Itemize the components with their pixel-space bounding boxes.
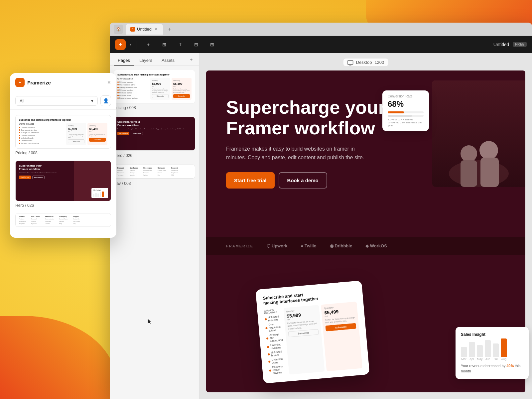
nav-col-item: Startups [130, 172, 138, 174]
plan-description: Perfect for those looking to design work… [325, 316, 356, 325]
hero-description: Framerize makes it easy to build website… [226, 145, 366, 162]
feature-item: Average 48h turnaround [266, 332, 283, 343]
subscribe-btn-highlight[interactable]: Subscribe [89, 138, 106, 142]
floating-pricing-card: Subscribe and startmaking Interfaces tog… [255, 281, 369, 384]
toolbar-logo[interactable]: ✦ [115, 39, 126, 50]
toolbar-chevron-icon[interactable]: ▾ [130, 43, 131, 46]
sales-revenue-text: Your revenue decreased by 40% this month [461, 363, 523, 374]
nav-col-item: Agencies [130, 174, 138, 176]
chart-bar-jul: Jul [493, 343, 499, 361]
brand-twilio: ● Twilio [301, 243, 316, 248]
new-tab-button[interactable]: + [166, 25, 174, 33]
subscribe-button-highlight[interactable]: Subscribe [326, 323, 356, 331]
nav-col-title: Resources [143, 167, 152, 169]
conversion-card-value: 68% [388, 99, 424, 109]
feature-item: Unlimited revisions [267, 343, 284, 350]
hero-btn-primary[interactable]: Start free trial [19, 176, 31, 179]
brand-upwork: ⬡ Upwork [267, 243, 287, 248]
feature-item: Unlimited requests [264, 315, 281, 322]
tab-favicon: F [130, 27, 135, 32]
feature-item: Unlimited requests [117, 81, 148, 83]
hero-section: Supercharge yourFramer workflow Frameriz… [206, 70, 525, 237]
bar-label: Aug [501, 357, 506, 361]
sales-card-title: Sales Insight [461, 332, 523, 337]
subscribe-button[interactable]: Subscribe [152, 94, 169, 98]
nav-col-item: Updates [143, 174, 152, 176]
item-label: Hero / 026 [114, 153, 195, 158]
feature-item: Unlimited brands [268, 350, 284, 357]
book-demo-button[interactable]: Book a demo [279, 172, 327, 189]
nav-col-item: Features [117, 170, 124, 171]
hero-preview-btn-outline[interactable]: Book a demo [131, 132, 143, 135]
feature: Unlimited requests [19, 126, 64, 128]
plugin-item-label: Pricing / 008 [15, 151, 111, 155]
what-included-label: WHAT'S INCLUDED [117, 78, 148, 80]
toolbar-divider [137, 41, 137, 49]
feature: Average 48h turnaround [19, 132, 64, 134]
filter-select[interactable]: All ▾ [15, 96, 98, 106]
tab-close-icon[interactable]: ✕ [154, 27, 158, 32]
framerize-panel: ✦ Framerize ✕ All ▾ 👤 Subscribe and star… [10, 73, 116, 238]
list-item[interactable]: Subscribe and start making Interfaces to… [15, 115, 111, 155]
bar-highlight [501, 338, 507, 357]
subscribe-btn[interactable]: Subscribe [68, 139, 84, 143]
list-item[interactable]: Product Features Integrations Templates … [15, 213, 111, 227]
user-button[interactable]: 👤 [100, 95, 111, 106]
project-name: Untitled [493, 42, 509, 47]
left-panel: Pages Layers Assets + Subscribe and star… [110, 53, 200, 399]
pricing-columns: WHAT'S INCLUDED Unlimited requests One r… [264, 302, 362, 376]
browser-tab[interactable]: F Untitled ✕ [126, 24, 163, 35]
list-item[interactable]: Supercharge yourFramer workflow Frameriz… [114, 117, 195, 158]
bar-fill-2 [388, 115, 412, 117]
feature: Unlimited revisions [19, 134, 64, 136]
nav-col-item: Integrations [117, 172, 124, 174]
toolbar-component-button[interactable]: ⊞ [206, 39, 218, 51]
panel-add-button[interactable]: + [187, 56, 195, 64]
tab-layers[interactable]: Layers [135, 56, 156, 66]
subscribe-button[interactable]: Subscribe [288, 329, 319, 337]
subscribe-button[interactable]: Subscribe [173, 94, 190, 98]
brand-workos: ◆ WorkOS [365, 243, 387, 248]
tab-pages[interactable]: Pages [114, 56, 134, 66]
project-badge: FREE [513, 42, 527, 47]
toolbar-stack-button[interactable]: ⊟ [190, 39, 202, 51]
panel-content: Subscribe and start making Interfaces to… [110, 66, 199, 399]
what-included-label: WHAT'S INCLUDED [264, 308, 281, 314]
plan-desc: Perfect for those still on an on going s… [152, 88, 169, 93]
plan-label: Quarterly [89, 125, 106, 127]
svg-point-0 [449, 160, 509, 187]
svg-point-3 [479, 141, 498, 160]
tab-assets[interactable]: Assets [158, 56, 179, 66]
item-label: Nav / 003 [114, 181, 195, 186]
plan-desc: Perfect for those looking to design work… [89, 133, 106, 137]
chart-bar-aug: Aug [501, 338, 507, 361]
hero-title: Supercharge yourFramer workflow [226, 97, 392, 138]
list-item[interactable]: Supercharge yourFramer workflow Frameriz… [15, 161, 111, 208]
framerize-content: Subscribe and start making Interfaces to… [10, 110, 116, 238]
toolbar-text-button[interactable]: T [174, 39, 186, 51]
svg-rect-4 [480, 158, 499, 187]
pricing-preview: Subscribe and start making Interfaces to… [114, 70, 195, 103]
bar-label: Apr [469, 357, 474, 361]
plan-price: $5,999 [68, 127, 84, 131]
hero-btn-demo[interactable]: Book a demo [32, 176, 45, 179]
start-trial-button[interactable]: Start free trial [226, 172, 275, 189]
list-item[interactable]: Subscribe and start making Interfaces to… [114, 70, 195, 110]
framer-layout: Pages Layers Assets + Subscribe and star… [110, 53, 532, 399]
home-button[interactable]: 🏠 [114, 25, 123, 34]
nav-col-item: Contact Sales [158, 170, 166, 171]
bar [493, 343, 499, 357]
hero-image-inner [432, 80, 525, 187]
framerize-close-button[interactable]: ✕ [107, 80, 111, 85]
hero-image [432, 80, 525, 187]
brands-section: FRAMERIZE ⬡ Upwork ● Twilio ◉ Dribbble ◆… [206, 237, 525, 255]
list-item[interactable]: Product Features Integrations Templates … [114, 165, 195, 186]
toolbar-add-button[interactable]: + [142, 39, 154, 51]
nav-col-title: Use Cases [130, 167, 138, 169]
hero-preview-btn-primary[interactable]: Start free trial [117, 132, 129, 135]
plan-period: /mo [89, 131, 106, 132]
framerize-filter: All ▾ 👤 [10, 92, 116, 110]
plan-price: $5,499 [173, 82, 190, 85]
toolbar-grid-button[interactable]: ⊞ [158, 39, 170, 51]
plan-label: Quarterly [173, 79, 190, 81]
